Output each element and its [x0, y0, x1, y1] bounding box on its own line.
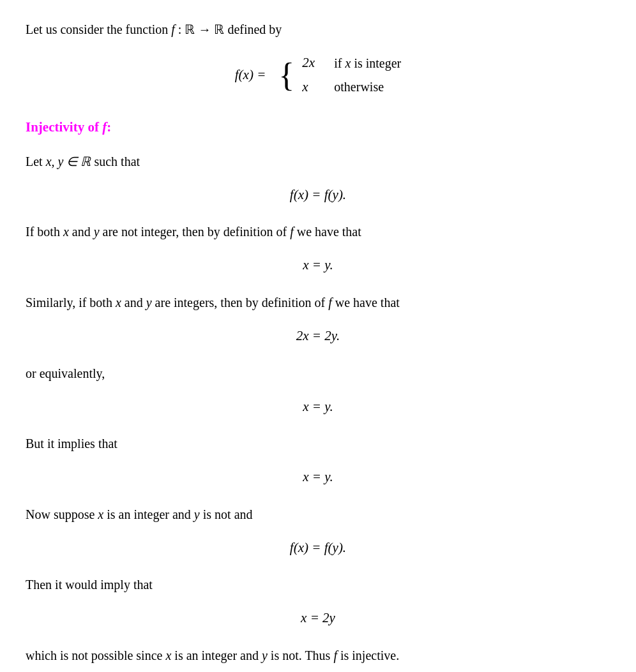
we-have-that-1: we have that	[294, 225, 361, 239]
and-2: and	[121, 295, 146, 310]
eq-2x2y: 2x = 2y.	[296, 325, 340, 347]
eq-xy-1: x = y.	[303, 255, 333, 276]
or-equiv-text: or equivalently,	[26, 366, 105, 380]
let-vars: x, y ∈ ℝ	[46, 154, 91, 168]
case2-cond: otherwise	[334, 77, 384, 97]
case1-cond: if x is integer	[334, 53, 401, 73]
display-eq-xy-1: x = y.	[26, 255, 610, 276]
eq-fxfy-2: f(x) = f(y).	[290, 537, 346, 559]
injectivity-heading: Injectivity of f:	[26, 117, 610, 138]
then-would-line: Then it would imply that	[26, 574, 610, 595]
is-an-integer-text: is an integer and	[103, 507, 194, 521]
is-not-thus-text: is not. Thus	[268, 648, 334, 662]
eq-xy-3: x = y.	[303, 467, 333, 488]
piecewise-lhs: f(x) =	[235, 64, 266, 86]
var-y-4: y	[262, 648, 268, 662]
display-eq-2x2y: 2x = 2y.	[26, 325, 610, 347]
case-2: x otherwise	[302, 77, 401, 98]
let-line: Let x, y ∈ ℝ such that	[26, 151, 610, 172]
or-equivalently-line: or equivalently,	[26, 363, 610, 384]
let-suffix: such that	[91, 154, 140, 168]
eq-xy-2: x = y.	[303, 396, 333, 418]
case-1: 2x if x is integer	[302, 52, 401, 74]
eq-fxfy-1: f(x) = f(y).	[290, 184, 346, 206]
var-y-1: y	[94, 225, 100, 239]
if-both-text: If both	[26, 225, 63, 239]
intro-paragraph: Let us consider the function f : ℝ → ℝ d…	[26, 19, 610, 40]
but-implies-text: But it implies that	[26, 437, 117, 451]
var-y-3: y	[194, 507, 200, 521]
function-domain: : ℝ → ℝ defined by	[178, 22, 282, 36]
eq-x2y: x = 2y	[301, 608, 335, 629]
then-would-text: Then it would imply that	[26, 578, 153, 592]
now-suppose-text: Now suppose	[26, 507, 98, 521]
var-x-2: x	[116, 295, 121, 310]
conclusion-line: which is not possible since x is an inte…	[26, 645, 610, 666]
display-eq-xy-2: x = y.	[26, 396, 610, 418]
is-not-and-text: is not and	[200, 507, 253, 521]
is-injective-text: is injective.	[337, 648, 399, 662]
var-x-1: x	[63, 225, 69, 239]
both-not-integer-line: If both x and y are not integer, then by…	[26, 221, 610, 242]
piecewise-cases: 2x if x is integer x otherwise	[302, 52, 401, 98]
case2-expr: x	[302, 77, 321, 98]
similarly-text: Similarly, if both	[26, 295, 116, 310]
but-implies-line: But it implies that	[26, 433, 610, 454]
let-text: Let	[26, 154, 46, 168]
now-suppose-line: Now suppose x is an integer and y is not…	[26, 504, 610, 525]
and-1: and	[69, 225, 94, 239]
similarly-line: Similarly, if both x and y are integers,…	[26, 292, 610, 313]
var-x-3: x	[98, 507, 103, 521]
display-eq-fxfy-2: f(x) = f(y).	[26, 537, 610, 559]
function-var: f	[171, 22, 175, 36]
are-integers-text: are integers, then by definition of	[152, 295, 329, 310]
piecewise-definition: f(x) = { 2x if x is integer x otherwise	[26, 52, 610, 98]
heading-prefix: Injectivity of	[26, 119, 102, 135]
is-an-integer-2: is an integer and	[171, 648, 262, 662]
are-not-integer-text: are not integer, then by definition of	[100, 225, 291, 239]
heading-suffix: :	[107, 119, 111, 135]
which-not-possible-text: which is not possible since	[26, 648, 165, 662]
var-x-4: x	[165, 648, 171, 662]
we-have-that-2: we have that	[332, 295, 400, 310]
display-eq-fxfy-1: f(x) = f(y).	[26, 184, 610, 206]
display-eq-x2y: x = 2y	[26, 608, 610, 629]
intro-text: Let us consider the function	[26, 22, 168, 36]
case1-expr: 2x	[302, 52, 321, 74]
display-eq-xy-3: x = y.	[26, 467, 610, 488]
var-y-2: y	[146, 295, 152, 310]
left-brace: {	[278, 59, 294, 92]
